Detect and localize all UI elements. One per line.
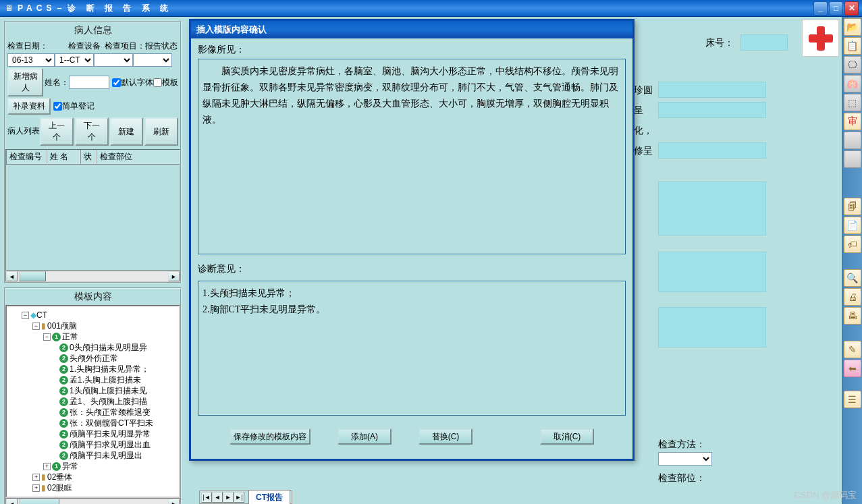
edit-icon[interactable]: ✎: [844, 341, 861, 358]
scroll-thumb[interactable]: [19, 499, 59, 504]
list-icon[interactable]: ☰: [844, 391, 861, 408]
tab-ct-report[interactable]: CT报告: [248, 490, 290, 504]
lungs-icon[interactable]: 🫁: [844, 75, 861, 92]
scroll-thumb[interactable]: [19, 271, 46, 281]
document-icon[interactable]: 📄: [844, 217, 861, 234]
open-folder-icon[interactable]: 📂: [844, 18, 861, 36]
expand-icon[interactable]: +: [43, 463, 51, 470]
expand-icon[interactable]: −: [43, 333, 51, 341]
number-icon: 2: [59, 387, 68, 395]
audit-icon[interactable]: 审: [844, 113, 861, 130]
tree-orbit[interactable]: 02眼眶: [47, 482, 72, 493]
tab-last-icon[interactable]: ►|: [234, 492, 244, 503]
search-icon[interactable]: 🔍: [844, 269, 861, 287]
scroll-right-icon[interactable]: ►: [168, 271, 180, 281]
tab-first-icon[interactable]: |◄: [201, 492, 212, 503]
book-icon: ▮: [41, 320, 46, 331]
tree-item[interactable]: 1头颅胸上腹扫描未见: [70, 385, 147, 396]
table-h-scrollbar[interactable]: ◄ ►: [5, 271, 180, 282]
modal-title: 插入模版内容确认: [191, 21, 632, 38]
monitor-icon[interactable]: 🖵: [844, 56, 861, 74]
copy-icon[interactable]: 🗐: [844, 198, 861, 215]
tab-prev-icon[interactable]: ◄: [212, 492, 223, 503]
tree-item[interactable]: 颅脑平扫未见明显出: [70, 450, 142, 461]
replace-button[interactable]: 替换(C): [419, 428, 473, 445]
simple-reg-label: 简单登记: [62, 101, 95, 112]
tree-pituitary[interactable]: 02垂体: [47, 472, 72, 482]
tree-item[interactable]: 张：头颅正常颈椎退变: [70, 407, 151, 418]
simple-reg-checkbox[interactable]: [53, 102, 62, 111]
add-button[interactable]: 添加(A): [338, 428, 392, 445]
tree-item[interactable]: 孟1、头颅胸上腹扫描: [70, 396, 147, 407]
expand-icon[interactable]: −: [22, 312, 29, 319]
exit-icon[interactable]: ⬅: [844, 360, 861, 377]
tree-l2[interactable]: 正常: [62, 331, 78, 342]
scroll-left-icon[interactable]: ◄: [6, 499, 18, 504]
template-tree[interactable]: −◆ CT −▮001颅脑 −1正常 20头颅扫描未见明显异 2头颅外伤正常 2…: [5, 305, 180, 498]
xray-icon[interactable]: ⬚: [844, 94, 861, 111]
expand-icon[interactable]: +: [32, 484, 40, 492]
expand-icon[interactable]: +: [32, 474, 40, 481]
refresh-button[interactable]: 刷新: [144, 117, 178, 146]
bg-field: [658, 142, 766, 159]
supplement-button[interactable]: 补录资料: [7, 98, 51, 115]
check-date-label: 检查日期：: [7, 40, 48, 52]
item-select[interactable]: [94, 53, 133, 67]
device-select[interactable]: 1--CT: [55, 53, 94, 67]
print-alt-icon[interactable]: 🖶: [844, 307, 861, 325]
tree-item[interactable]: 颅脑平扫未见明显异常: [70, 428, 151, 439]
new-patient-button[interactable]: 新增病人: [7, 68, 43, 96]
tree-root[interactable]: CT: [36, 310, 47, 320]
new-button[interactable]: 新建: [110, 117, 144, 146]
cross-icon: [807, 25, 834, 52]
findings-textarea[interactable]: [198, 59, 626, 254]
patient-info-title: 病人信息: [5, 22, 180, 38]
tree-abnormal[interactable]: 异常: [62, 461, 78, 472]
bg-text: 化，: [634, 125, 653, 137]
tree-item[interactable]: 颅脑平扫求见明显出血: [70, 439, 151, 450]
blank-tool-2[interactable]: [844, 150, 861, 168]
tree-item[interactable]: 头颅外伤正常: [70, 353, 118, 364]
minimize-button[interactable]: _: [813, 1, 828, 16]
close-button[interactable]: ✕: [844, 1, 859, 16]
th-status[interactable]: 状: [80, 150, 97, 164]
check-method-select[interactable]: [658, 452, 712, 466]
next-button[interactable]: 下一个: [75, 117, 109, 146]
diagnosis-label: 诊断意见：: [198, 263, 626, 275]
print-icon[interactable]: 🖨: [844, 288, 861, 306]
th-name[interactable]: 姓 名: [47, 150, 80, 164]
clipboard-icon[interactable]: 📋: [844, 37, 861, 55]
th-check-no[interactable]: 检查编号: [6, 150, 47, 164]
scroll-right-icon[interactable]: ►: [168, 499, 180, 504]
number-icon: 1: [52, 462, 61, 471]
template-title: 模板内容: [5, 289, 180, 305]
blank-tool-1[interactable]: [844, 132, 861, 149]
tab-strip: |◄ ◄ ► ►| CT报告: [199, 491, 292, 504]
tree-item[interactable]: 张：双侧髋骨CT平扫未: [70, 418, 153, 428]
tree-item[interactable]: 孟1.头胸上腹扫描未: [70, 374, 141, 385]
prev-button[interactable]: 上一个: [40, 117, 74, 146]
tree-l1[interactable]: 001颅脑: [47, 320, 77, 331]
tree-h-scrollbar[interactable]: ◄ ►: [5, 498, 180, 504]
expand-icon[interactable]: −: [32, 323, 40, 330]
tree-item[interactable]: 0头颅扫描未见明显异: [70, 342, 147, 353]
number-icon: 2: [59, 451, 68, 460]
number-icon: 2: [59, 376, 68, 385]
diagnosis-textarea[interactable]: [198, 281, 626, 416]
th-check-part[interactable]: 检查部位: [97, 150, 180, 164]
cancel-button[interactable]: 取消(C): [540, 428, 594, 445]
template-panel: 模板内容 −◆ CT −▮001颅脑 −1正常 20头颅扫描未见明显异 2头颅外…: [4, 287, 182, 504]
tag-icon[interactable]: 🏷: [844, 235, 861, 253]
date-select[interactable]: 06-13: [7, 53, 55, 67]
default-font-checkbox[interactable]: [112, 78, 121, 87]
save-template-button[interactable]: 保存修改的模板内容: [230, 428, 311, 445]
name-input[interactable]: [69, 76, 109, 89]
bg-field: [658, 252, 766, 292]
template-checkbox[interactable]: [153, 78, 162, 87]
maximize-button[interactable]: □: [829, 1, 843, 16]
default-font-label: 默认字体: [121, 77, 153, 88]
status-select[interactable]: [133, 53, 172, 67]
tree-item[interactable]: 1.头胸扫描未见异常；: [70, 364, 149, 374]
scroll-left-icon[interactable]: ◄: [6, 271, 18, 281]
tab-next-icon[interactable]: ►: [223, 492, 234, 503]
